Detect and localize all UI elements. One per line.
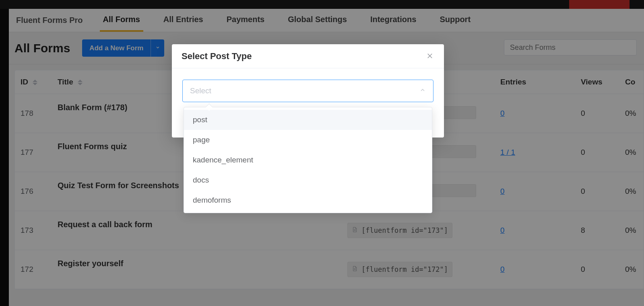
- post-type-select[interactable]: Select: [182, 80, 433, 102]
- chevron-up-icon: [419, 87, 426, 95]
- post-type-option[interactable]: page: [184, 130, 432, 150]
- post-type-option[interactable]: post: [184, 110, 432, 130]
- post-type-option[interactable]: kadence_element: [184, 150, 432, 170]
- modal-header: Select Post Type: [172, 44, 444, 68]
- post-type-option[interactable]: docs: [184, 170, 432, 190]
- post-type-dropdown: postpagekadence_elementdocsdemoforms: [184, 107, 432, 213]
- close-icon: [426, 54, 433, 61]
- post-type-option[interactable]: demoforms: [184, 190, 432, 210]
- modal-title: Select Post Type: [182, 51, 252, 62]
- select-placeholder: Select: [190, 86, 211, 95]
- modal-close-button[interactable]: [426, 52, 434, 60]
